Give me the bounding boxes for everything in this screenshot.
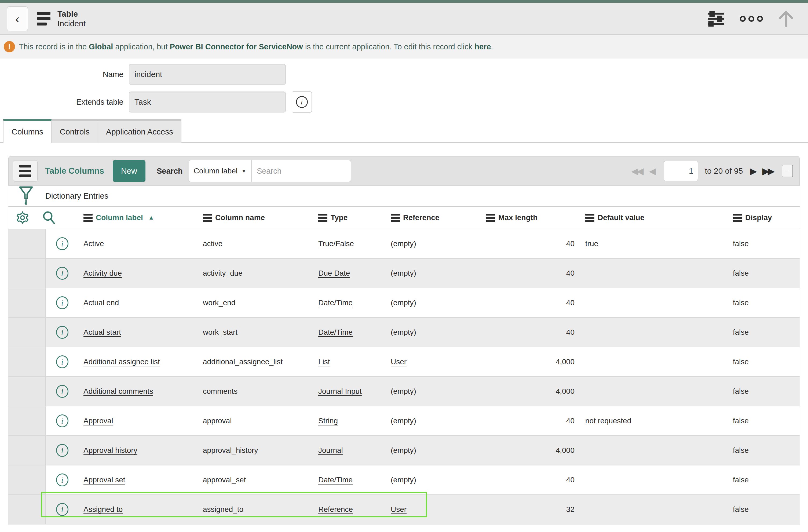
- row-info-button[interactable]: i: [56, 406, 69, 435]
- new-button[interactable]: New: [113, 160, 145, 182]
- cell-default-value: [585, 318, 725, 347]
- tab-controls[interactable]: Controls: [52, 119, 98, 143]
- type-link[interactable]: True/False: [318, 239, 354, 248]
- type-link[interactable]: Date/Time: [318, 328, 353, 336]
- row-gutter-cell[interactable]: [8, 495, 46, 524]
- list-search-icon[interactable]: [42, 207, 63, 229]
- column-label-link[interactable]: Approval: [84, 417, 113, 425]
- column-header-column-name[interactable]: Column name: [203, 207, 318, 229]
- column-label-link[interactable]: Active: [84, 239, 104, 248]
- column-label-link[interactable]: Approval history: [84, 446, 137, 455]
- column-label-link[interactable]: Assigned to: [84, 505, 123, 514]
- column-header-column-label[interactable]: Column label ▲: [84, 207, 203, 229]
- row-info-button[interactable]: i: [56, 495, 69, 524]
- pagination-range-text: to 20 of 95: [705, 166, 743, 176]
- table-row: i Additional assignee list additional_as…: [8, 347, 800, 377]
- row-gutter-cell[interactable]: [8, 288, 46, 317]
- column-menu-icon[interactable]: [486, 214, 495, 222]
- column-menu-icon[interactable]: [391, 214, 400, 222]
- extends-table-field[interactable]: [129, 92, 286, 112]
- row-gutter-cell[interactable]: [8, 318, 46, 347]
- previous-page-button[interactable]: ◀: [649, 166, 655, 176]
- cell-max-length: 4,000: [486, 377, 574, 406]
- column-menu-icon[interactable]: [585, 214, 594, 222]
- cell-display: false: [733, 347, 797, 376]
- row-info-button[interactable]: i: [56, 377, 69, 406]
- column-header-max-length[interactable]: Max length: [486, 207, 574, 229]
- row-info-button[interactable]: i: [56, 288, 69, 317]
- row-info-button[interactable]: i: [56, 318, 69, 347]
- row-gutter-cell[interactable]: [8, 465, 46, 494]
- row-gutter-cell[interactable]: [8, 347, 46, 376]
- cell-max-length: 4,000: [486, 347, 574, 376]
- tab-columns[interactable]: Columns: [3, 119, 52, 143]
- more-options-icon[interactable]: [740, 16, 763, 22]
- table-row: i Active active True/False (empty) 40 tr…: [8, 229, 800, 259]
- collapse-list-button[interactable]: −: [782, 165, 793, 177]
- column-header-type[interactable]: Type: [318, 207, 391, 229]
- search-label: Search: [157, 167, 183, 176]
- column-header-reference[interactable]: Reference: [391, 207, 486, 229]
- list-menu-button[interactable]: [13, 160, 38, 182]
- column-label-link[interactable]: Additional comments: [84, 387, 153, 396]
- last-page-button[interactable]: ▶▶: [763, 166, 773, 176]
- filter-funnel-icon[interactable]: [19, 186, 33, 206]
- row-gutter-cell[interactable]: [8, 259, 46, 288]
- row-info-button[interactable]: i: [56, 347, 69, 376]
- row-info-button[interactable]: i: [56, 229, 69, 258]
- extends-table-info-button[interactable]: i: [292, 91, 312, 113]
- tab-application-access[interactable]: Application Access: [98, 119, 181, 143]
- row-gutter-cell[interactable]: [8, 436, 46, 465]
- type-link[interactable]: Date/Time: [318, 476, 353, 484]
- cell-column-name: work_end: [203, 288, 318, 317]
- type-link[interactable]: Due Date: [318, 269, 350, 277]
- warning-text-prefix: This record is in the: [19, 42, 89, 51]
- reference-link[interactable]: User: [391, 505, 407, 514]
- edit-record-here-link[interactable]: here: [474, 42, 491, 51]
- reference-link[interactable]: User: [391, 357, 407, 366]
- row-info-button[interactable]: i: [56, 465, 69, 494]
- row-info-button[interactable]: i: [56, 259, 69, 288]
- column-label-link[interactable]: Actual end: [84, 298, 119, 307]
- personalize-list-gear-icon[interactable]: [16, 207, 37, 229]
- back-button[interactable]: ‹: [7, 6, 28, 31]
- row-gutter-cell[interactable]: [8, 377, 46, 406]
- column-header-default-value[interactable]: Default value: [585, 207, 725, 229]
- current-page-input[interactable]: [664, 161, 698, 181]
- search-input[interactable]: [252, 160, 351, 182]
- warning-global-app: Global: [89, 42, 113, 51]
- row-info-button[interactable]: i: [56, 436, 69, 465]
- record-menu-icon[interactable]: [37, 12, 51, 25]
- name-field[interactable]: [129, 64, 286, 85]
- row-gutter-cell[interactable]: [8, 406, 46, 435]
- column-header-label: Max length: [498, 214, 537, 222]
- first-page-button[interactable]: ◀◀: [631, 166, 642, 176]
- column-menu-icon[interactable]: [318, 214, 327, 222]
- type-link[interactable]: Journal: [318, 446, 343, 455]
- cell-type: Journal: [318, 436, 391, 465]
- cell-column-name: approval_history: [203, 436, 318, 465]
- personalize-sliders-icon[interactable]: [707, 11, 724, 26]
- cell-max-length: 40: [486, 318, 574, 347]
- row-gutter-cell[interactable]: [8, 229, 46, 258]
- column-menu-icon[interactable]: [203, 214, 212, 222]
- cell-default-value: not requested: [585, 406, 725, 435]
- type-link[interactable]: String: [318, 417, 338, 425]
- scroll-up-arrow-icon[interactable]: [778, 11, 793, 27]
- type-link[interactable]: List: [318, 357, 330, 366]
- next-page-button[interactable]: ▶: [750, 166, 755, 176]
- search-field-selector[interactable]: Column label ▼: [189, 160, 252, 182]
- column-label-link[interactable]: Activity due: [84, 269, 122, 277]
- column-label-link[interactable]: Approval set: [84, 476, 125, 484]
- type-link[interactable]: Reference: [318, 505, 353, 514]
- type-link[interactable]: Journal Input: [318, 387, 362, 396]
- type-link[interactable]: Date/Time: [318, 298, 353, 307]
- column-label-link[interactable]: Actual start: [84, 328, 121, 336]
- cell-default-value: [585, 436, 725, 465]
- cell-reference: (empty): [391, 259, 486, 288]
- cell-column-label: Approval set: [84, 465, 203, 494]
- column-menu-icon[interactable]: [84, 214, 93, 222]
- column-header-display[interactable]: Display: [733, 207, 797, 229]
- column-label-link[interactable]: Additional assignee list: [84, 357, 160, 366]
- column-menu-icon[interactable]: [733, 214, 742, 222]
